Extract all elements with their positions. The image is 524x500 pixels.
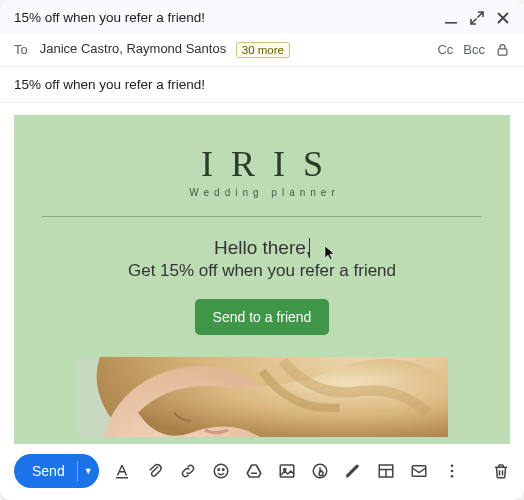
svg-point-17: [450, 464, 453, 467]
more-recipients-badge[interactable]: 30 more: [236, 42, 290, 58]
brand-name: IRIS: [36, 143, 488, 185]
title-bar: 15% off when you refer a friend!: [0, 0, 524, 33]
divider: [42, 216, 482, 217]
compose-window: 15% off when you refer a friend! To Jani…: [0, 0, 524, 500]
brand-tagline: Wedding planner: [36, 187, 488, 198]
attach-icon[interactable]: [146, 462, 164, 480]
svg-point-7: [218, 469, 220, 471]
svg-point-8: [222, 469, 224, 471]
svg-rect-16: [412, 466, 426, 477]
svg-point-19: [450, 475, 453, 478]
svg-rect-0: [445, 22, 457, 24]
close-icon[interactable]: [496, 11, 510, 25]
to-row: To Janice Castro, Raymond Santos 30 more…: [0, 33, 524, 67]
svg-point-18: [450, 470, 453, 473]
greeting-line: Hello there,: [36, 237, 488, 259]
offer-text: Get 15% off when you refer a friend: [36, 261, 488, 281]
recipients-text: Janice Castro, Raymond Santos: [40, 41, 226, 56]
svg-rect-12: [319, 472, 323, 476]
pen-icon[interactable]: [344, 462, 362, 480]
text-caret: [309, 238, 310, 258]
format-toolbar: [113, 462, 488, 480]
send-label: Send: [32, 463, 65, 479]
minimize-icon[interactable]: [444, 11, 458, 25]
cc-button[interactable]: Cc: [437, 42, 453, 57]
send-dropdown-icon[interactable]: ▼: [84, 466, 93, 476]
svg-rect-1: [498, 49, 507, 55]
greeting-text: Hello there: [214, 237, 306, 258]
expand-icon[interactable]: [470, 11, 484, 25]
email-template: IRIS Wedding planner Hello there, Get 15…: [14, 115, 510, 444]
send-button[interactable]: Send ▼: [14, 454, 99, 488]
cc-bcc-area: Cc Bcc: [437, 42, 510, 57]
confidential-icon[interactable]: [311, 462, 329, 480]
mail-template-icon[interactable]: [410, 462, 428, 480]
emoji-icon[interactable]: [212, 462, 230, 480]
svg-point-6: [214, 464, 228, 478]
lock-icon[interactable]: [495, 42, 510, 57]
cta-button[interactable]: Send to a friend: [195, 299, 330, 335]
title-actions: [444, 11, 510, 25]
send-divider: [77, 461, 78, 481]
window-title: 15% off when you refer a friend!: [14, 10, 205, 25]
recipients-field[interactable]: Janice Castro, Raymond Santos 30 more: [40, 41, 438, 58]
brand-block: IRIS Wedding planner: [36, 143, 488, 198]
compose-toolbar: Send ▼: [0, 444, 524, 500]
format-text-icon[interactable]: [113, 462, 131, 480]
image-icon[interactable]: [278, 462, 296, 480]
more-options-icon[interactable]: [443, 462, 461, 480]
layout-template-icon[interactable]: [377, 462, 395, 480]
svg-rect-5: [116, 477, 128, 479]
hero-image: [76, 357, 448, 437]
drive-icon[interactable]: [245, 462, 263, 480]
bcc-button[interactable]: Bcc: [463, 42, 485, 57]
discard-icon[interactable]: [492, 462, 510, 480]
link-icon[interactable]: [179, 462, 197, 480]
to-label: To: [14, 42, 28, 57]
subject-field[interactable]: 15% off when you refer a friend!: [0, 67, 524, 103]
email-body[interactable]: IRIS Wedding planner Hello there, Get 15…: [0, 103, 524, 444]
